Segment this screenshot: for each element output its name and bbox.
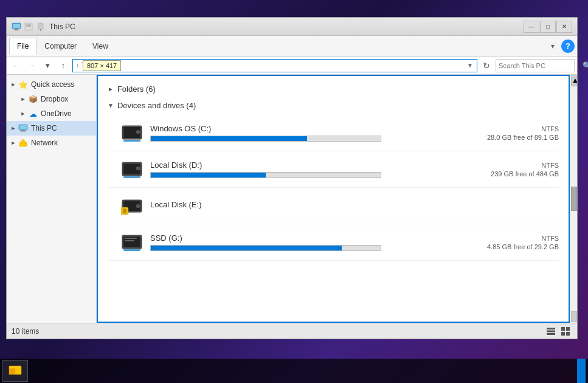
tab-view[interactable]: View	[85, 38, 116, 55]
quick-access-expand: ►	[9, 80, 18, 89]
back-button[interactable]: ←	[9, 59, 22, 72]
taskbar-explorer[interactable]	[2, 360, 28, 382]
svg-rect-10	[21, 130, 25, 131]
tab-file[interactable]: File	[9, 38, 36, 55]
window-controls: — □ ✕	[524, 21, 572, 33]
list-view-button[interactable]	[544, 326, 558, 337]
scroll-down-btn[interactable]	[571, 311, 577, 322]
svg-rect-39	[566, 327, 570, 331]
scroll-thumb[interactable]	[571, 187, 577, 211]
sidebar-label-network: Network	[31, 139, 58, 147]
drive-g-name: SSD (G:)	[150, 233, 477, 243]
svg-rect-2	[13, 30, 19, 30]
drive-c-progress	[150, 136, 381, 142]
svg-rect-35	[547, 328, 555, 330]
sidebar-item-onedrive[interactable]: ► ☁ OneDrive	[7, 106, 96, 121]
svg-rect-33	[125, 240, 134, 241]
drive-c-fs: NTFS	[487, 125, 559, 133]
svg-rect-7	[40, 29, 41, 31]
view-toggle	[544, 326, 572, 337]
drive-g-fs: NTFS	[487, 235, 559, 242]
ribbon-expand-arrow[interactable]: ▾	[547, 40, 559, 52]
this-pc-expand: ►	[9, 124, 18, 133]
drive-d-fill	[151, 173, 266, 178]
dropbox-expand: ►	[19, 95, 27, 103]
drive-d-space: 239 GB free of 484 GB	[491, 170, 559, 178]
window-title: This PC	[49, 22, 524, 31]
svg-rect-11	[20, 131, 26, 132]
drive-d-progress	[150, 172, 381, 178]
pin-icon	[36, 22, 46, 32]
svg-rect-23	[123, 176, 140, 178]
close-button[interactable]: ✕	[556, 21, 572, 33]
tab-computer[interactable]: Computer	[36, 38, 85, 55]
onedrive-icon: ☁	[27, 108, 38, 119]
folders-section-header[interactable]: ► Folders (6)	[108, 82, 559, 96]
svg-rect-41	[566, 332, 570, 336]
path-label: This PC	[81, 61, 107, 70]
title-bar-icons	[12, 22, 46, 32]
address-dropdown-arrow[interactable]: ▼	[467, 62, 473, 69]
this-pc-icon	[18, 123, 29, 134]
svg-point-22	[137, 167, 139, 169]
devices-section-header[interactable]: ▼ Devices and drives (4)	[108, 98, 559, 112]
drive-c[interactable]: Windows OS (C:) NTFS 28.0 GB free of 89.…	[108, 115, 559, 151]
dropbox-icon: 📦	[27, 94, 38, 105]
svg-rect-12	[19, 143, 27, 147]
scroll-track-2	[570, 212, 577, 311]
drive-g-info: SSD (G:)	[150, 233, 477, 251]
search-input[interactable]	[499, 62, 583, 69]
sidebar-item-dropbox[interactable]: ► 📦 Dropbox	[7, 92, 96, 106]
drive-d-info: Local Disk (D:)	[150, 160, 481, 178]
recent-locations-button[interactable]: ▾	[41, 59, 54, 72]
quick-access-icon: ⭐	[18, 79, 29, 90]
svg-rect-32	[125, 238, 137, 239]
sidebar-item-network[interactable]: ► Network	[7, 136, 96, 150]
svg-rect-36	[547, 330, 555, 332]
drive-e-name: Local Disk (E:)	[150, 200, 559, 209]
sidebar-label-quick-access: Quick access	[31, 80, 74, 89]
computer-icon	[12, 22, 21, 32]
item-count: 10 items	[12, 327, 39, 336]
up-button[interactable]: ↑	[57, 59, 70, 72]
help-button[interactable]: ?	[561, 40, 575, 53]
drive-e[interactable]: Local Disk (E:)	[108, 188, 559, 224]
sidebar-item-quick-access[interactable]: ► ⭐ Quick access	[7, 77, 96, 92]
status-bar: 10 items	[7, 323, 577, 339]
drive-c-info: Windows OS (C:)	[150, 124, 477, 142]
onedrive-expand: ►	[19, 109, 27, 118]
drive-d-name: Local Disk (D:)	[150, 160, 481, 170]
address-path[interactable]: › This PC ▼	[72, 59, 477, 72]
drive-g-progress	[150, 245, 381, 251]
svg-rect-38	[561, 327, 565, 331]
sidebar-item-this-pc[interactable]: ► This PC	[7, 121, 96, 136]
svg-rect-29	[123, 210, 126, 213]
drive-c-meta: NTFS 28.0 GB free of 89.1 GB	[487, 125, 559, 141]
address-bar: ← → ▾ ↑ › This PC ▼ ↻ 🔍	[7, 57, 577, 75]
svg-marker-13	[19, 139, 27, 143]
minimize-button[interactable]: —	[524, 21, 539, 33]
drive-c-fill	[151, 136, 307, 141]
grid-view-button[interactable]	[559, 326, 572, 337]
forward-button[interactable]: →	[25, 59, 38, 72]
network-icon	[18, 137, 29, 148]
refresh-button[interactable]: ↻	[480, 59, 493, 72]
scroll-up-btn[interactable]: ▲	[571, 75, 577, 86]
maximize-button[interactable]: □	[540, 21, 556, 33]
sidebar-label-this-pc: This PC	[31, 124, 57, 133]
path-separator: ›	[77, 62, 78, 69]
folders-expand-icon: ►	[108, 86, 114, 92]
scroll-track	[570, 87, 577, 186]
drive-d-fs: NTFS	[491, 162, 559, 169]
drive-g-meta: NTFS 4.85 GB free of 29.2 GB	[487, 235, 559, 250]
search-icon[interactable]: 🔍	[583, 61, 588, 70]
drive-e-info: Local Disk (E:)	[150, 200, 559, 212]
scrollbar[interactable]: ▲	[570, 75, 577, 323]
svg-rect-43	[9, 368, 15, 374]
drive-d[interactable]: Local Disk (D:) NTFS 239 GB free of 484 …	[108, 151, 559, 188]
drive-g-fill	[151, 246, 342, 250]
svg-rect-40	[561, 332, 565, 336]
sidebar-label-dropbox: Dropbox	[41, 95, 68, 103]
drive-d-icon	[120, 157, 144, 182]
drive-g[interactable]: SSD (G:) NTFS 4.85 GB free of 29.2 GB	[108, 224, 559, 261]
